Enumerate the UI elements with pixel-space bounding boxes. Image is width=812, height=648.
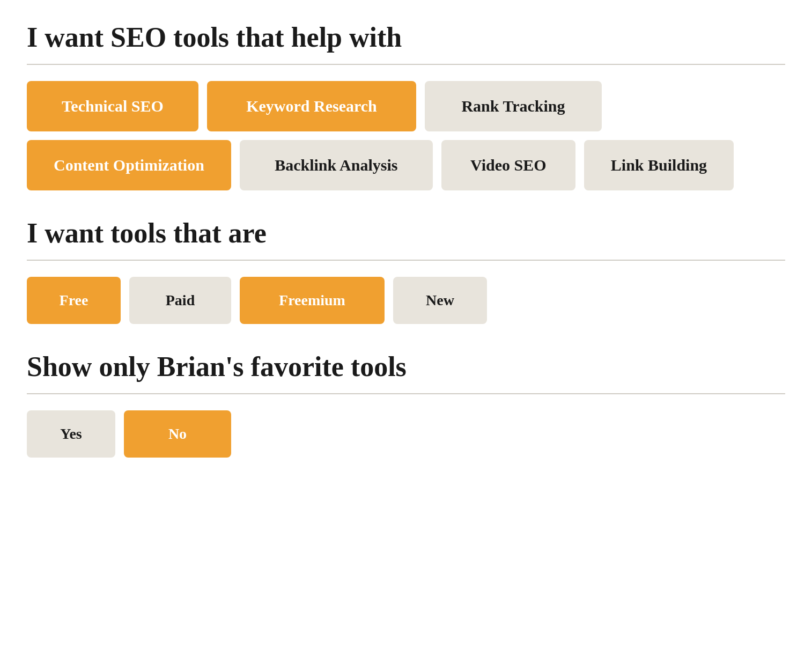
btn-link-building[interactable]: Link Building — [584, 140, 734, 190]
btn-content-optimization[interactable]: Content Optimization — [27, 140, 231, 190]
favorites-title: Show only Brian's favorite tools — [27, 351, 785, 382]
btn-rank-tracking[interactable]: Rank Tracking — [425, 81, 602, 131]
btn-no[interactable]: No — [124, 410, 231, 458]
tool-type-title: I want tools that are — [27, 217, 785, 249]
btn-backlink-analysis[interactable]: Backlink Analysis — [240, 140, 433, 190]
btn-new[interactable]: New — [393, 277, 487, 324]
btn-video-seo[interactable]: Video SEO — [441, 140, 575, 190]
btn-yes[interactable]: Yes — [27, 410, 115, 458]
btn-freemium[interactable]: Freemium — [240, 277, 385, 324]
favorites-section: Show only Brian's favorite tools Yes No — [27, 351, 785, 458]
divider-1 — [27, 64, 785, 65]
btn-paid[interactable]: Paid — [129, 277, 231, 324]
tool-type-buttons: Free Paid Freemium New — [27, 277, 785, 324]
btn-technical-seo[interactable]: Technical SEO — [27, 81, 198, 131]
divider-3 — [27, 393, 785, 394]
seo-type-buttons: Technical SEO Keyword Research Rank Trac… — [27, 81, 785, 190]
favorites-buttons: Yes No — [27, 410, 785, 458]
btn-free[interactable]: Free — [27, 277, 121, 324]
seo-help-section: I want SEO tools that help with Technica… — [27, 21, 785, 190]
btn-keyword-research[interactable]: Keyword Research — [207, 81, 416, 131]
tool-type-section: I want tools that are Free Paid Freemium… — [27, 217, 785, 324]
seo-help-title: I want SEO tools that help with — [27, 21, 785, 53]
divider-2 — [27, 260, 785, 261]
